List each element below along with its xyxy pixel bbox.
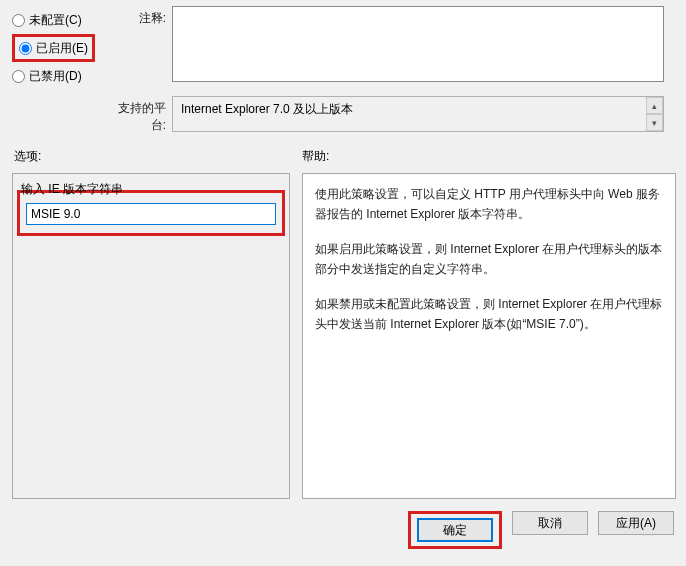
help-label: 帮助:: [302, 148, 678, 165]
highlight-radio-enabled: 已启用(E): [12, 34, 95, 62]
radio-not-configured[interactable]: 未配置(C): [12, 6, 108, 34]
scroll-down-icon[interactable]: ▾: [646, 114, 663, 131]
button-row: 确定 取消 应用(A): [12, 511, 678, 549]
radio-disabled-input[interactable]: [12, 70, 25, 83]
radio-enabled[interactable]: 已启用(E): [19, 40, 88, 57]
help-paragraph: 使用此策略设置，可以自定义 HTTP 用户代理标头中向 Web 服务器报告的 I…: [315, 184, 663, 225]
platform-box: Internet Explorer 7.0 及以上版本 ▴ ▾: [172, 96, 664, 132]
radio-not-configured-label: 未配置(C): [29, 12, 82, 29]
options-label: 选项:: [12, 148, 302, 165]
comment-textarea[interactable]: [172, 6, 664, 82]
top-row: 未配置(C) 已启用(E) 已禁用(D) 注释:: [12, 6, 678, 90]
radio-not-configured-input[interactable]: [12, 14, 25, 27]
help-paragraph: 如果禁用或未配置此策略设置，则 Internet Explorer 在用户代理标…: [315, 294, 663, 335]
highlight-ok-button: 确定: [408, 511, 502, 549]
comment-label: 注释:: [108, 6, 172, 27]
radio-disabled-label: 已禁用(D): [29, 68, 82, 85]
cancel-button[interactable]: 取消: [512, 511, 588, 535]
platform-label: 支持的平台:: [108, 96, 172, 134]
radio-enabled-input[interactable]: [19, 42, 32, 55]
section-labels: 选项: 帮助:: [12, 148, 678, 165]
platform-value: Internet Explorer 7.0 及以上版本: [181, 101, 353, 118]
options-panel: 输入 IE 版本字符串: [12, 173, 290, 499]
platform-scrollbar: ▴ ▾: [646, 97, 663, 131]
radio-disabled[interactable]: 已禁用(D): [12, 62, 108, 90]
version-input[interactable]: [26, 203, 276, 225]
scroll-up-icon[interactable]: ▴: [646, 97, 663, 114]
apply-button[interactable]: 应用(A): [598, 511, 674, 535]
highlight-version-input: [17, 190, 285, 236]
policy-dialog: 未配置(C) 已启用(E) 已禁用(D) 注释: 支持的平台: Internet…: [0, 0, 686, 555]
lower-panels: 输入 IE 版本字符串 使用此策略设置，可以自定义 HTTP 用户代理标头中向 …: [12, 173, 678, 499]
radio-enabled-label: 已启用(E): [36, 40, 88, 57]
help-paragraph: 如果启用此策略设置，则 Internet Explorer 在用户代理标头的版本…: [315, 239, 663, 280]
state-radio-group: 未配置(C) 已启用(E) 已禁用(D): [12, 6, 108, 90]
ok-button[interactable]: 确定: [417, 518, 493, 542]
comment-field-col: [172, 6, 678, 85]
platform-row: 支持的平台: Internet Explorer 7.0 及以上版本 ▴ ▾: [108, 96, 678, 134]
help-panel: 使用此策略设置，可以自定义 HTTP 用户代理标头中向 Web 服务器报告的 I…: [302, 173, 676, 499]
